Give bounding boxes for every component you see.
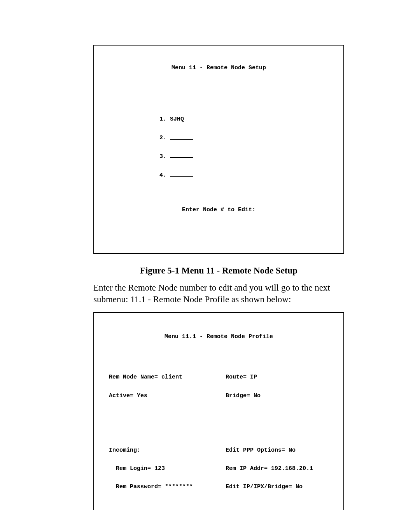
rem-login: Rem Login= 123 [109, 466, 226, 472]
page: Menu 11 - Remote Node Setup 1. SJHQ 2. 3… [0, 0, 420, 510]
rem-ip-addr: Rem IP Addr= 192.168.20.1 [226, 466, 332, 472]
menu11-title: Menu 11 - Remote Node Setup [105, 65, 332, 71]
rem-password: Rem Password= ******** [109, 484, 226, 490]
edit-ppp-options: Edit PPP Options= No [226, 447, 332, 454]
figure-5-1-caption: Figure 5-1 Menu 11 - Remote Node Setup [93, 265, 344, 277]
edit-ip-ipx-bridge: Edit IP/IPX/Bridge= No [226, 484, 332, 490]
menu11-prompt: Enter Node # to Edit: [105, 207, 332, 213]
paragraph-1: Enter the Remote Node number to edit and… [93, 282, 344, 305]
bridge: Bridge= No [226, 393, 332, 399]
figure-5-2-terminal: Menu 11.1 - Remote Node Profile Rem Node… [93, 312, 344, 510]
menu11-node-2: 2. [159, 135, 332, 141]
menu11-node-4: 4. [159, 172, 332, 178]
active: Active= Yes [109, 393, 226, 399]
menu11-node-1: 1. SJHQ [159, 116, 332, 123]
figure-5-1-terminal: Menu 11 - Remote Node Setup 1. SJHQ 2. 3… [93, 45, 344, 254]
rem-node-name: Rem Node Name= client [109, 374, 226, 380]
incoming-header: Incoming: [109, 447, 226, 454]
route: Route= IP [226, 374, 332, 380]
menu11-node-3: 3. [159, 153, 332, 159]
menu11-1-title: Menu 11.1 - Remote Node Profile [105, 332, 332, 344]
